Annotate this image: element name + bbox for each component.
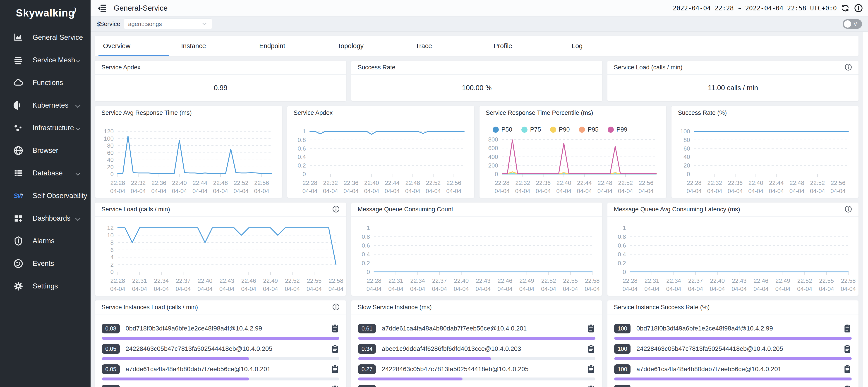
svg-text:04-04: 04-04 xyxy=(639,188,654,195)
svg-text:22:52: 22:52 xyxy=(234,179,248,186)
svg-text:22:36: 22:36 xyxy=(536,179,551,186)
copy-clipboard-icon[interactable] xyxy=(331,324,339,333)
sidebar-item-kubernetes[interactable]: Kubernetes xyxy=(0,94,91,117)
mesh-icon xyxy=(13,55,27,66)
instance-value-badge: 100 xyxy=(614,385,630,387)
tab-instance[interactable]: Instance xyxy=(177,36,255,56)
legend-item-p99[interactable]: P99 xyxy=(608,125,627,135)
instance-name[interactable]: 0bd718f0b3df49a6bfe1e2ce48f98a4f@10.4.2.… xyxy=(126,325,331,332)
svg-text:8: 8 xyxy=(111,239,114,246)
menu-fold-icon[interactable] xyxy=(97,3,107,13)
sidebar-item-alarms[interactable]: Alarms xyxy=(0,230,91,252)
instance-name[interactable]: abee1c9dddaf4f6286fbf6dfd4013cce@10.4.0.… xyxy=(126,386,331,387)
instance-name[interactable]: 24228463c05b47c7813fa502544418eb@10.4.0.… xyxy=(126,345,331,352)
legend-item-p50[interactable]: P50 xyxy=(493,125,512,135)
chart-plot-area[interactable]: 00.20.40.60.8122:2804-0422:3204-0422:360… xyxy=(287,120,474,198)
tab-profile[interactable]: Profile xyxy=(489,36,567,56)
refresh-icon[interactable] xyxy=(841,4,850,13)
svg-text:22:43: 22:43 xyxy=(219,277,234,284)
tab-log[interactable]: Log xyxy=(567,36,645,56)
svg-text:04-04: 04-04 xyxy=(831,188,846,195)
svg-text:04-04: 04-04 xyxy=(519,285,534,292)
copy-clipboard-icon[interactable] xyxy=(843,364,852,374)
sidebar-item-functions[interactable]: Functions xyxy=(0,71,91,94)
copy-clipboard-icon[interactable] xyxy=(843,344,852,354)
instance-row: 100abee1c9dddaf4f6286fbf6dfd4013cce@10.4… xyxy=(614,384,852,387)
tab-endpoint[interactable]: Endpoint xyxy=(255,36,333,56)
chart-plot-area[interactable]: 02040608010012022:2804-0422:3204-0422:36… xyxy=(95,120,282,198)
copy-clipboard-icon[interactable] xyxy=(331,364,339,374)
sidebar-item-self-observability[interactable]: SwSelf Observability xyxy=(0,184,91,207)
sidebar-item-infrastructure[interactable]: Infrastructure xyxy=(0,117,91,139)
card-service-apdex: Service Apdex 0.99 xyxy=(95,61,346,101)
svg-text:04-04: 04-04 xyxy=(385,188,400,195)
legend-item-p90[interactable]: P90 xyxy=(550,125,570,135)
instance-name[interactable]: abee1c9dddaf4f6286fbf6dfd4013cce@10.4.0.… xyxy=(637,386,843,387)
sidebar-item-label: Service Mesh xyxy=(33,56,75,64)
svg-text:22:40: 22:40 xyxy=(710,277,725,284)
version-toggle[interactable]: V xyxy=(843,19,862,29)
scrollbar[interactable] xyxy=(863,32,868,387)
svg-text:22:32: 22:32 xyxy=(515,179,530,186)
info-icon[interactable] xyxy=(332,205,340,214)
instance-name[interactable]: 0bd718f0b3df49a6bfe1e2ce48f98a4f@10.4.2.… xyxy=(382,386,587,387)
copy-clipboard-icon[interactable] xyxy=(587,344,595,354)
instance-name[interactable]: a7dde61ca4fa48a4b80dab7f7eeb56ce@10.4.0.… xyxy=(637,365,843,373)
instance-name[interactable]: abee1c9dddaf4f6286fbf6dfd4013cce@10.4.0.… xyxy=(382,345,587,352)
svg-text:04-04: 04-04 xyxy=(132,285,147,292)
svg-text:04-04: 04-04 xyxy=(329,285,344,292)
instance-name[interactable]: a7dde61ca4fa48a4b80dab7f7eeb56ce@10.4.0.… xyxy=(382,325,587,332)
copy-clipboard-icon[interactable] xyxy=(843,324,852,333)
tab-topology[interactable]: Topology xyxy=(333,36,411,56)
sidebar-item-settings[interactable]: Settings xyxy=(0,275,91,297)
sidebar-item-dashboards[interactable]: Dashboards xyxy=(0,207,91,230)
info-icon[interactable] xyxy=(854,4,863,13)
info-icon[interactable] xyxy=(844,63,852,72)
svg-text:22:55: 22:55 xyxy=(307,277,321,284)
legend-dot xyxy=(493,127,499,133)
svg-text:22:58: 22:58 xyxy=(585,277,599,284)
sidebar-item-database[interactable]: Database xyxy=(0,162,91,184)
chart-plot-area[interactable]: 00.20.40.60.8122:2804-0422:3104-0422:340… xyxy=(351,217,602,296)
chart-plot-area[interactable]: 00.20.40.60.8122:2804-0422:3104-0422:340… xyxy=(608,217,859,296)
copy-clipboard-icon[interactable] xyxy=(587,385,595,387)
svg-text:04-04: 04-04 xyxy=(446,188,461,195)
copy-clipboard-icon[interactable] xyxy=(587,364,595,374)
chart-plot-area[interactable]: 02040608010022:2804-0422:3204-0422:3604-… xyxy=(672,120,859,198)
svg-text:0.8: 0.8 xyxy=(362,233,370,240)
legend-item-p95[interactable]: P95 xyxy=(579,125,598,135)
legend-label: P99 xyxy=(617,126,627,133)
legend-item-p75[interactable]: P75 xyxy=(521,125,541,135)
copy-clipboard-icon[interactable] xyxy=(331,344,339,354)
sidebar-item-service-mesh[interactable]: Service Mesh xyxy=(0,49,91,71)
sidebar-item-label: General Service xyxy=(33,33,83,42)
info-icon[interactable] xyxy=(332,303,340,312)
tab-overview[interactable]: Overview xyxy=(98,36,177,56)
svg-text:04-04: 04-04 xyxy=(541,285,556,292)
svg-text:0: 0 xyxy=(623,269,626,275)
time-range[interactable]: 2022-04-04 22:28 ~ 2022-04-04 22:58 UTC+… xyxy=(673,4,837,12)
instance-name[interactable]: 0bd718f0b3df49a6bfe1e2ce48f98a4f@10.4.2.… xyxy=(637,325,843,332)
tab-trace[interactable]: Trace xyxy=(411,36,489,56)
chevron-down-icon xyxy=(201,21,208,27)
sidebar-item-general-service[interactable]: General Service xyxy=(0,26,91,49)
svg-text:04-04: 04-04 xyxy=(426,188,441,195)
copy-clipboard-icon[interactable] xyxy=(331,385,339,387)
copy-clipboard-icon[interactable] xyxy=(843,385,852,387)
instance-name[interactable]: a7dde61ca4fa48a4b80dab7f7eeb56ce@10.4.0.… xyxy=(126,365,331,373)
instance-name[interactable]: 24228463c05b47c7813fa502544418eb@10.4.0.… xyxy=(382,365,587,373)
success-rate-value: 100.00 % xyxy=(351,75,602,101)
sidebar-item-browser[interactable]: Browser xyxy=(0,139,91,162)
svg-text:04-04: 04-04 xyxy=(172,188,187,195)
svg-text:22:46: 22:46 xyxy=(498,277,512,284)
service-select[interactable]: agent::songs xyxy=(124,19,212,29)
sidebar-item-events[interactable]: Events xyxy=(0,252,91,275)
instance-name[interactable]: 24228463c05b47c7813fa502544418eb@10.4.0.… xyxy=(637,345,843,352)
chart-plot-area[interactable]: 02468101222:2804-0422:3104-0422:3404-042… xyxy=(95,217,346,296)
svg-text:04-04: 04-04 xyxy=(263,285,278,292)
chart-plot-area[interactable]: 020040060080022:2804-0422:3204-0422:3604… xyxy=(479,135,666,198)
sidebar-item-label: Dashboards xyxy=(33,214,70,222)
svg-text:22:52: 22:52 xyxy=(285,277,300,284)
info-icon[interactable] xyxy=(844,205,852,214)
copy-clipboard-icon[interactable] xyxy=(587,324,595,333)
